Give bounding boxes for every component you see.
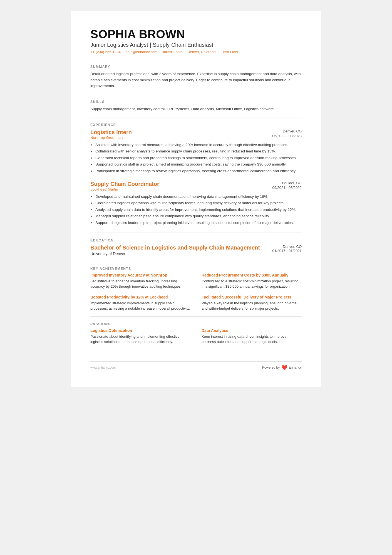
experience-divider xyxy=(90,233,302,233)
achievements-label: KEY ACHIEVEMENTS xyxy=(90,267,302,271)
achievement-1-text: Led initiative to enhance inventory trac… xyxy=(90,278,190,289)
achievement-4: Facilitated Successful Delivery of Major… xyxy=(202,295,302,311)
job-1-title: Logistics Intern xyxy=(90,129,132,135)
job-1-location: Denver, CO xyxy=(272,129,302,133)
edu-location: Denver, CO xyxy=(272,245,302,249)
achievement-2: Reduced Procurement Costs by $30K Annual… xyxy=(202,273,302,289)
footer-brand: Powered by ❤️ Enhancv xyxy=(262,364,302,371)
skills-label: SKILLS xyxy=(90,100,302,104)
job-1-bullets: Assisted with inventory control measures… xyxy=(90,142,302,174)
achievements-grid: Improved Inventory Accuracy at Northrop … xyxy=(90,273,302,311)
footer: www.enhancv.com Powered by ❤️ Enhancv xyxy=(90,361,302,371)
edu-left: Bachelor of Science in Logistics and Sup… xyxy=(90,245,260,256)
job-2-header: Supply Chain Coordinator Lockheed Martin… xyxy=(90,181,302,191)
experience-section: EXPERIENCE Logistics Intern Northrop Gru… xyxy=(90,123,302,226)
contact-email[interactable]: help@enhancv.com xyxy=(126,50,157,54)
job-2-right: Boulder, CO 09/2021 - 05/2022 xyxy=(272,181,302,190)
achievement-4-text: Played a key role in the logistics plann… xyxy=(202,300,302,311)
passions-grid: Logistics Optimization Passionate about … xyxy=(90,328,302,345)
job-2-bullet-2: Coordinated logistics operations with mu… xyxy=(95,200,302,206)
footer-website: www.enhancv.com xyxy=(90,366,116,369)
job-1: Logistics Intern Northrop Grumman Denver… xyxy=(90,129,302,174)
education-section: EDUCATION Bachelor of Science in Logisti… xyxy=(90,238,302,256)
skills-divider xyxy=(90,117,302,117)
job-2-company: Lockheed Martin xyxy=(90,187,159,191)
header-divider xyxy=(90,59,302,59)
education-label: EDUCATION xyxy=(90,238,302,242)
logo-symbol: ❤️ xyxy=(281,364,287,371)
skills-text: Supply chain management, Inventory contr… xyxy=(90,106,302,112)
resume-page: SOPHIA BROWN Junior Logistics Analyst | … xyxy=(71,11,321,387)
passion-1-title: Logistics Optimization xyxy=(90,328,190,333)
job-2-title-block: Supply Chain Coordinator Lockheed Martin xyxy=(90,181,159,191)
passions-label: PASSIONS xyxy=(90,322,302,326)
achievement-2-title: Reduced Procurement Costs by $30K Annual… xyxy=(202,273,302,277)
job-1-bullet-3: Generated technical reports and presente… xyxy=(95,155,302,161)
passion-2: Data Analytics Keen interest in using da… xyxy=(202,328,302,345)
education-divider xyxy=(90,261,302,261)
achievement-4-title: Facilitated Successful Delivery of Major… xyxy=(202,295,302,299)
job-2-title: Supply Chain Coordinator xyxy=(90,181,159,187)
edu-dates: 01/2017 - 01/2021 xyxy=(272,249,302,253)
contact-row: +1-(234)-555-1234 help@enhancv.com linke… xyxy=(90,50,302,54)
job-1-bullet-4: Supported logistics staff in a project a… xyxy=(95,161,302,167)
edu-school: University of Denver xyxy=(90,251,260,256)
powered-by-label: Powered by xyxy=(262,366,280,369)
job-2-bullet-3: Analyzed supply chain data to identify a… xyxy=(95,207,302,213)
summary-section: SUMMARY Detail-oriented logistics profes… xyxy=(90,65,302,89)
job-1-title-block: Logistics Intern Northrop Grumman xyxy=(90,129,132,140)
job-2-bullet-1: Developed and maintained supply chain do… xyxy=(95,194,302,200)
job-2-bullet-4: Managed supplier relationships to ensure… xyxy=(95,213,302,219)
passions-section: PASSIONS Logistics Optimization Passiona… xyxy=(90,322,302,345)
candidate-name: SOPHIA BROWN xyxy=(90,28,302,41)
experience-label: EXPERIENCE xyxy=(90,123,302,127)
education-block: Bachelor of Science in Logistics and Sup… xyxy=(90,245,302,256)
contact-linkedin[interactable]: linkedin.com xyxy=(162,50,182,54)
job-1-bullet-5: Participated in strategic meetings to re… xyxy=(95,168,302,174)
achievement-3: Boosted Productivity by 12% at Lockheed … xyxy=(90,295,190,311)
skills-section: SKILLS Supply chain management, Inventor… xyxy=(90,100,302,112)
contact-location: Denver, Colorado xyxy=(187,50,215,54)
achievements-section: KEY ACHIEVEMENTS Improved Inventory Accu… xyxy=(90,267,302,311)
passion-1: Logistics Optimization Passionate about … xyxy=(90,328,190,345)
job-1-dates: 05/2022 - 08/2023 xyxy=(272,134,302,138)
job-1-bullet-2: Collaborated with senior analysts to enh… xyxy=(95,148,302,154)
job-1-header: Logistics Intern Northrop Grumman Denver… xyxy=(90,129,302,140)
job-2-bullet-5: Supported logistics leadership in projec… xyxy=(95,220,302,226)
enhancv-logo: ❤️ Enhancv xyxy=(281,364,302,371)
job-2-bullets: Developed and maintained supply chain do… xyxy=(90,194,302,226)
edu-right: Denver, CO 01/2017 - 01/2021 xyxy=(272,245,302,253)
job-2-location: Boulder, CO xyxy=(272,181,302,185)
summary-divider xyxy=(90,94,302,94)
summary-label: SUMMARY xyxy=(90,65,302,69)
achievement-1: Improved Inventory Accuracy at Northrop … xyxy=(90,273,190,289)
achievement-3-title: Boosted Productivity by 12% at Lockheed xyxy=(90,295,190,299)
contact-extra: Extra Field xyxy=(220,50,238,54)
achievement-1-title: Improved Inventory Accuracy at Northrop xyxy=(90,273,190,277)
achievements-divider xyxy=(90,316,302,317)
job-2: Supply Chain Coordinator Lockheed Martin… xyxy=(90,181,302,226)
header: SOPHIA BROWN Junior Logistics Analyst | … xyxy=(90,28,302,54)
job-1-company: Northrop Grumman xyxy=(90,135,132,140)
passion-2-title: Data Analytics xyxy=(202,328,302,333)
job-1-bullet-1: Assisted with inventory control measures… xyxy=(95,142,302,148)
achievement-2-text: Contributed to a strategic cost-minimiza… xyxy=(202,278,302,289)
achievement-3-text: Implemented strategic improvements in su… xyxy=(90,300,190,311)
job-2-dates: 09/2021 - 05/2022 xyxy=(272,186,302,190)
passion-1-text: Passionate about identifying and impleme… xyxy=(90,334,190,345)
brand-name: Enhancv xyxy=(289,366,302,369)
summary-text: Detail-oriented logistics professional w… xyxy=(90,71,302,89)
edu-degree: Bachelor of Science in Logistics and Sup… xyxy=(90,245,260,251)
candidate-title: Junior Logistics Analyst | Supply Chain … xyxy=(90,42,302,48)
job-1-right: Denver, CO 05/2022 - 08/2023 xyxy=(272,129,302,138)
contact-phone: +1-(234)-555-1234 xyxy=(90,50,121,54)
passion-2-text: Keen interest in using data-driven insig… xyxy=(202,334,302,345)
